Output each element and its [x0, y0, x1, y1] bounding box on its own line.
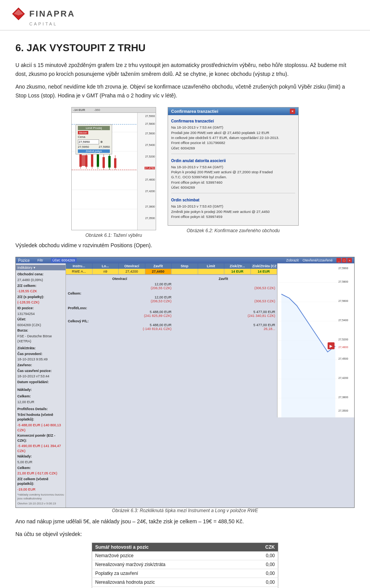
main-content: 6. JAK VYSTOUPIT Z TRHU U akcií s 15 min… — [0, 30, 370, 588]
svg-text:27,4800: 27,4800 — [338, 346, 348, 348]
akcion-button[interactable]: Akcion — [78, 131, 88, 134]
pos-detail-close-2: (306,53 CZK) — [172, 286, 275, 290]
pos-sidebar-row-6: (-128,55 CZK) — [16, 300, 66, 305]
pos-col-close: Zavřít — [145, 263, 172, 269]
pos-detail-close-4: (306,53 CZK) — [172, 299, 275, 303]
profit-text: Ano nad nákup jsme udělali 5€, ale nákla… — [15, 517, 355, 526]
pos-minimize-button[interactable]: _ — [336, 258, 341, 263]
positions-text: Výsledek obchodu vidíme v rozvinutém Pos… — [15, 241, 355, 250]
confirm-line-1-2: In celkové jste obdrželi 5 477 EUR, datu… — [171, 135, 295, 140]
account-label-4: Nerealizovaná hodnota pozic — [92, 578, 216, 587]
pos-detail-row-8: (-140 819,41 CZK) 26,18... — [68, 327, 275, 331]
pos-td-pnl-val: 14 EUR — [224, 269, 251, 274]
limit-proda-box: Limit Prodej Akcion Cena ⊕ 27,5950 — [76, 124, 112, 154]
price-display-1: 27,5950 — [78, 145, 89, 149]
confirm-line-3-1: Změnili jste pokyn k prodeji 200 RWE:xet… — [171, 209, 295, 214]
confirm-line-1-4: Účet: 6004269 — [171, 146, 295, 151]
pos-sidebar-row-10: 6004269 (CZK) — [16, 322, 66, 328]
confirm-line-3-2: Front office pokyn id: 53997459 — [171, 214, 295, 219]
chapter-title: 6. JAK VYSTOUPIT Z TRHU — [15, 42, 355, 54]
confirm-line-3-0: Na 18-10-2013 v 7:53:43 (GMT) — [171, 204, 295, 209]
pos-account-label: Účet: 6004269 — [51, 258, 77, 263]
account-row-1: Nemaržové pozice 0,00 — [92, 551, 278, 560]
svg-text:27,3800: 27,3800 — [338, 396, 348, 399]
page-header: FINAPRA CAPITAL — [0, 0, 370, 30]
zmenit-pokyn-button[interactable]: Změnit pokyn — [78, 149, 110, 153]
pos-open-label: Otevřené/Uzavřené — [303, 258, 333, 262]
pos-sidebar-header: Indikátory ▾ — [16, 265, 66, 270]
pos-td-lo: n9 — [92, 269, 119, 274]
pos-sidebar-row-14: Čas provedení: — [16, 351, 66, 357]
pos-filter-label: Filtr — [37, 258, 43, 262]
confirm-line-2-4: Účet: 6004269 — [171, 185, 295, 190]
pos-detail-open-2: (206,55 CZK) — [68, 286, 172, 290]
pos-sidebar-row-28: Konverzní poměr (E/Z - CZK): — [16, 433, 66, 443]
confirm-section-3: Ordin schimbat Na 18-10-2013 v 7:53:43 (… — [171, 197, 295, 222]
pos-table-row[interactable]: RWE A... n9 27,4200 27,4450 14 EUR 14 EU… — [66, 269, 277, 275]
confirm-line-2-3: Front office pokyn id: 53997460 — [171, 180, 295, 185]
account-value-2: 0,00 — [216, 560, 278, 569]
pos-detail-label-total: Celkem: — [68, 291, 275, 295]
logo-area: FINAPRA CAPITAL — [12, 7, 75, 26]
svg-text:27,5200: 27,5200 — [338, 338, 348, 341]
paragraph-2: Ano zkusmo, neboť nevidíme kde trh zrovn… — [15, 82, 355, 100]
pos-sidebar-row-5: Z/Z (s poplatky): — [16, 294, 66, 300]
confirm-line-1-1: Prodali jste 200 RWE:xetr akcií @ 27,445… — [171, 130, 295, 135]
figure-2-box: Confirmarea tranzactiei × Confirmarea tr… — [168, 107, 299, 233]
figure-3-caption: Obrázek 6.3: Rozkliknutá šipka mezi Inst… — [15, 508, 355, 513]
pos-detail-open-4: (206,53 CZK) — [68, 299, 172, 303]
account-row-2: Nerealizovaný maržový zisk/ztráta 0,00 — [92, 560, 278, 569]
svg-text:27,5600: 27,5600 — [338, 300, 348, 302]
pos-detail-row-3: 12,00 EUR — [68, 295, 275, 299]
pos-sidebar-row-12: FSE - Deutsche Börse (XETRA) — [16, 333, 66, 344]
account-summary-table: Sumář hotovosti a pozic CZK Nemaržové po… — [92, 543, 278, 588]
pos-sidebar-row-2: 27,4480 (0,09%) — [16, 277, 66, 283]
pos-detail-close-6: (241 340,81 CZK) — [172, 314, 275, 318]
pos-td-close-val: 27,4450 — [145, 269, 172, 274]
pos-detail-label-pl: Profit/Loss: — [68, 306, 275, 310]
pos-sidebar-row-3: Z/Z celkem: — [16, 283, 66, 289]
account-value-1: 0,00 — [216, 551, 278, 560]
confirm-close-button[interactable]: × — [290, 109, 295, 114]
figure-1-box: -14 EUR -360 Limit Prodej Akcion Cena — [71, 107, 156, 238]
pos-detail-open-6: (241 825,89 CZK) — [68, 314, 172, 318]
cena-input[interactable] — [78, 139, 99, 144]
pos-right-chart: ▶ 27,5993 27,5800 27,5600 27,5400 27,520… — [277, 263, 354, 417]
pos-sidebar-row-34: Z/Z celkem (včetně poplatků): — [16, 476, 66, 487]
account-col2-header: CZK — [216, 543, 278, 552]
pos-sidebar-row-9: Účet: — [16, 317, 66, 322]
account-summary-section: Sumář hotovosti a pozic CZK Nemaržové po… — [15, 543, 355, 588]
paragraph-1: U akcií s 15 minutově zpožděným grafem l… — [15, 61, 355, 79]
pos-detail-header-open: Otevírací — [68, 277, 172, 281]
pos-col-instru: Instru... — [66, 263, 92, 269]
pos-detail-row-7: 5 488,00 EUR 5 477,00 EUR — [68, 323, 275, 327]
pos-sidebar-row-17: Čas uzavření pozice: — [16, 368, 66, 374]
pos-maximize-button[interactable]: □ — [342, 258, 346, 263]
confirm-section-1-title: Confirmarea tranzactiei — [171, 118, 295, 124]
cena-row: ⊕ — [78, 139, 110, 144]
pos-detail-close-1 — [172, 282, 275, 286]
pos-title-text: Pozice — [18, 258, 30, 263]
logo-text: FINAPRA — [29, 9, 75, 19]
account-value-3: 0,00 — [216, 569, 278, 578]
figure-1-chart: -14 EUR -360 Limit Prodej Akcion Cena — [71, 107, 156, 230]
pos-detail-row-4: (206,53 CZK) (306,53 CZK) — [68, 299, 275, 303]
pos-sidebar-row-20 — [16, 385, 66, 385]
price-display-2: 27,5950 — [99, 145, 110, 149]
chart-toolbar: -14 EUR -360 — [72, 107, 156, 113]
logo-diamond-icon — [12, 7, 25, 21]
pos-sidebar-row-33: 21,00 EUR (-517,05 CZK) — [16, 471, 66, 476]
confirm-line-2-1: Pokyn k prodeji 200 RWE:xetr actiuni @ 2… — [171, 169, 295, 174]
pos-col-open: Otevírací — [119, 263, 145, 269]
account-label-3: Poplatky za uzavření — [92, 569, 216, 578]
pos-detail-row-5: 5 488,00 EUR 5 477,00 EUR — [68, 310, 275, 314]
pos-table-header: Instru... Lo... Otevírací Zavřít Stop Li… — [66, 263, 277, 269]
pos-sidebar-row-15: 18-10-2013 9:05:49 — [16, 357, 66, 362]
pos-td-open-val: 27,4200 — [119, 269, 145, 274]
pos-sidebar-row-19: Datum vypořádání: — [16, 379, 66, 385]
pos-td-pnl-czk-val: 14 EUR — [251, 269, 278, 274]
account-row-4: Nerealizovaná hodnota pozic 0,00 — [92, 578, 278, 587]
pos-sidebar-row-32: Celkem: — [16, 465, 66, 471]
pos-close-button[interactable]: × — [347, 258, 352, 263]
confirm-dialog: Confirmarea tranzactiei × Confirmarea tr… — [168, 107, 299, 226]
